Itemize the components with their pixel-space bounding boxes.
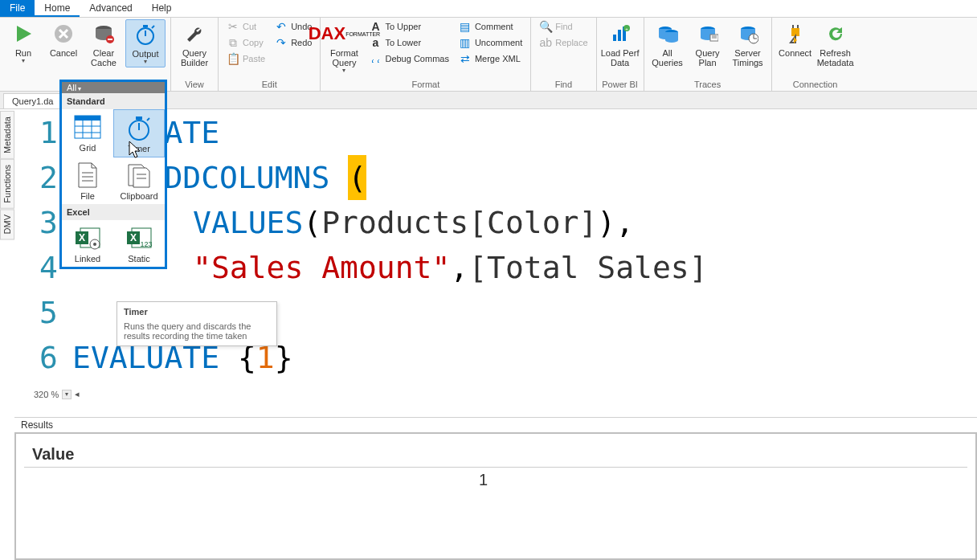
svg-rect-11 — [613, 35, 616, 41]
comma-icon: ⸲⸲ — [369, 52, 382, 65]
query-plan-button[interactable]: Query Plan — [689, 19, 726, 69]
redo-icon: ↷ — [275, 36, 288, 49]
copy-button[interactable]: ⧉Copy — [223, 35, 268, 50]
query-builder-button[interactable]: Query Builder — [176, 19, 213, 69]
popup-section-standard: Standard — [62, 93, 165, 109]
output-option-timer[interactable]: Timer — [113, 109, 165, 157]
paste-button[interactable]: 📋Paste — [223, 51, 268, 66]
to-upper-button[interactable]: ATo Upper — [366, 19, 452, 34]
popup-section-excel: Excel — [62, 204, 165, 220]
letter-upper-icon: A — [369, 20, 382, 33]
output-option-static[interactable]: X123 Static — [113, 220, 165, 267]
svg-text:X: X — [130, 232, 137, 243]
output-option-grid[interactable]: Grid — [62, 109, 113, 157]
format-group-label: Format — [325, 78, 525, 91]
server-timings-icon — [735, 21, 761, 47]
svg-marker-0 — [17, 26, 31, 42]
refresh-metadata-button[interactable]: Refresh Metadata — [817, 19, 854, 69]
results-tab[interactable]: Results — [14, 418, 977, 432]
connection-group-label: Connection — [777, 78, 854, 91]
svg-rect-9 — [143, 25, 148, 27]
server-timings-label: Server Timings — [733, 48, 763, 67]
tooltip: Timer Runs the query and discards the re… — [117, 301, 277, 346]
chart-icon: + — [607, 21, 633, 47]
load-perf-label: Load Perf Data — [601, 48, 640, 67]
plug-icon — [783, 21, 808, 47]
zoom-indicator[interactable]: 320 % ▾ ◂ — [34, 389, 80, 399]
copy-icon: ⧉ — [227, 36, 239, 49]
edit-group-label: Edit — [223, 78, 315, 91]
merge-xml-button[interactable]: ⇄Merge XML — [456, 51, 525, 66]
side-tabs: Metadata Functions DMV — [0, 111, 14, 239]
timer-icon — [133, 22, 158, 47]
database-icon — [91, 21, 117, 47]
undo-icon: ↶ — [275, 20, 288, 33]
cut-button[interactable]: ✂Cut — [223, 19, 268, 34]
results-cell[interactable]: 1 — [24, 468, 496, 493]
side-tab-functions[interactable]: Functions — [0, 159, 14, 209]
clipboard-icon — [125, 161, 153, 190]
letter-lower-icon: a — [369, 36, 382, 49]
token-function: VALUES — [193, 200, 303, 245]
timer-icon — [125, 113, 153, 142]
clear-cache-button[interactable]: Clear Cache — [85, 19, 122, 69]
results-column-header[interactable]: Value — [24, 442, 496, 468]
cancel-icon — [51, 21, 76, 47]
side-tab-metadata[interactable]: Metadata — [0, 111, 14, 159]
menu-advanced[interactable]: Advanced — [80, 0, 141, 17]
svg-text:123: 123 — [140, 240, 152, 248]
dropdown-icon: ▾ — [144, 59, 147, 65]
document-tab[interactable]: Query1.da — [3, 93, 62, 108]
paste-icon: 📋 — [227, 52, 239, 65]
uncomment-icon: ▥ — [459, 36, 472, 49]
output-dropdown-popup: All▾ Standard Grid Timer File Clipboard … — [59, 80, 167, 269]
play-icon — [10, 21, 36, 47]
to-lower-button[interactable]: aTo Lower — [366, 35, 452, 50]
file-icon — [73, 161, 102, 190]
replace-button[interactable]: abReplace — [536, 35, 591, 50]
side-tab-dmv[interactable]: DMV — [0, 209, 14, 239]
refresh-icon — [823, 21, 848, 47]
svg-rect-39 — [136, 116, 142, 120]
output-option-file[interactable]: File — [62, 157, 113, 204]
refresh-metadata-label: Refresh Metadata — [817, 48, 854, 67]
output-option-clipboard[interactable]: Clipboard — [113, 157, 165, 204]
format-query-button[interactable]: DAXFORMATTER Format Query ▾ — [325, 19, 362, 76]
format-query-label: Format Query — [330, 48, 358, 67]
tooltip-title: Timer — [124, 307, 270, 317]
results-table: Value 1 — [24, 442, 967, 493]
scroll-left-icon[interactable]: ◂ — [75, 389, 80, 399]
token-function: ADDCOLUMNS — [146, 155, 330, 200]
svg-line-10 — [152, 26, 154, 28]
token-string: "Sales Amount" — [193, 245, 450, 290]
find-button[interactable]: 🔍Find — [536, 19, 591, 34]
connect-label: Connect — [779, 48, 811, 58]
output-option-linked[interactable]: X Linked — [62, 220, 113, 267]
excel-static-icon: X123 — [125, 223, 153, 252]
svg-line-40 — [147, 118, 149, 121]
svg-text:X: X — [79, 232, 85, 243]
comment-icon: ▤ — [459, 20, 472, 33]
query-plan-label: Query Plan — [696, 48, 720, 67]
load-perf-data-button[interactable]: + Load Perf Data — [602, 19, 639, 69]
menu-help[interactable]: Help — [142, 0, 182, 17]
find-group-label: Find — [536, 78, 591, 91]
all-queries-button[interactable]: All Queries — [649, 19, 686, 69]
menu-file[interactable]: File — [0, 0, 35, 17]
grid-icon — [73, 112, 102, 141]
server-timings-button[interactable]: Server Timings — [730, 19, 766, 69]
menu-bar: File Home Advanced Help — [0, 0, 977, 18]
token-identifier: [Total Sales] — [468, 245, 707, 290]
comment-button[interactable]: ▤Comment — [456, 19, 525, 34]
cancel-label: Cancel — [50, 48, 77, 58]
debug-commas-button[interactable]: ⸲⸲Debug Commas — [366, 51, 452, 66]
cancel-button[interactable]: Cancel — [45, 19, 82, 59]
zoom-dropdown-icon[interactable]: ▾ — [62, 390, 72, 399]
connect-button[interactable]: Connect — [777, 19, 814, 59]
run-button[interactable]: Run ▾ — [5, 19, 42, 66]
output-button[interactable]: Output ▾ — [125, 19, 166, 67]
all-queries-label: All Queries — [652, 48, 683, 67]
popup-all-selector[interactable]: All▾ — [62, 82, 165, 93]
uncomment-button[interactable]: ▥Uncomment — [456, 35, 525, 50]
menu-home[interactable]: Home — [35, 0, 80, 17]
